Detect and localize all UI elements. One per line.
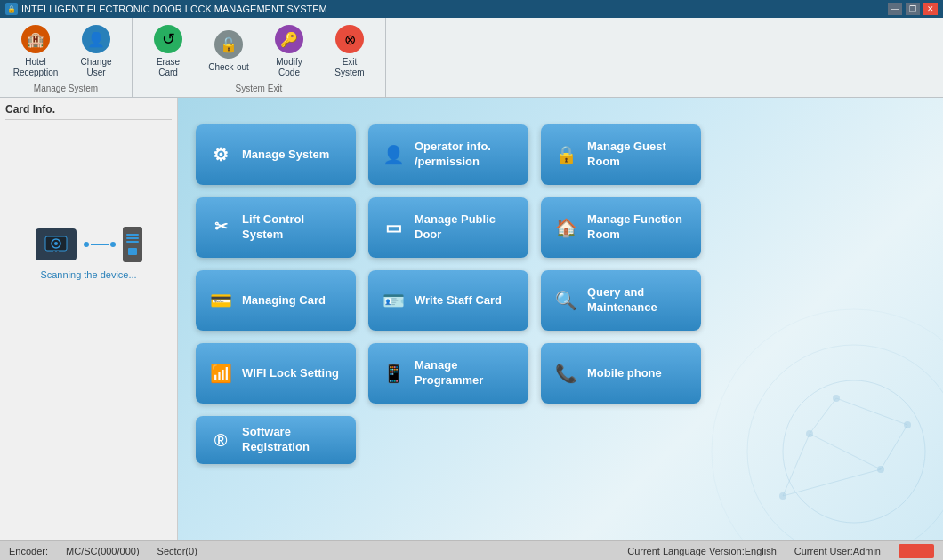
sector-value: Sector(0) <box>157 546 197 556</box>
status-bar-right: Current Language Version:English Current… <box>627 544 934 558</box>
manage-function-room-text: Manage Function Room <box>587 212 689 243</box>
status-indicator <box>899 544 934 558</box>
house-icon: 🏠 <box>553 216 578 239</box>
user-label: Current User:Admin <box>794 546 881 556</box>
toolbar-section-manage: 🏨 HotelRecepption 👤 ChangeUser Manage Sy… <box>0 18 133 97</box>
main-area: Card Info. <box>0 98 943 540</box>
svg-point-2 <box>54 242 58 245</box>
registration-icon: ® <box>208 428 233 452</box>
wifi-lock-button[interactable]: 📶 WIFI Lock Setting <box>196 343 356 404</box>
close-button[interactable]: ✕ <box>923 3 938 15</box>
query-maintenance-button[interactable]: 🔍 Query and Maintenance <box>541 270 701 331</box>
app-title: INTELLIGENT ELECTRONIC DOOR LOCK MANAGEM… <box>21 4 327 14</box>
hotel-icon: 🏨 <box>21 25 50 53</box>
device-connector <box>84 242 116 247</box>
mobile-phone-text: Mobile phone <box>587 366 689 381</box>
manage-guest-room-button[interactable]: 🔒 Manage Guest Room <box>541 124 701 185</box>
wifi-lock-text: WIFI Lock Setting <box>242 366 343 381</box>
hotel-reception-label: HotelRecepption <box>13 57 59 78</box>
wifi-icon: 📶 <box>208 362 233 385</box>
manage-programmer-button[interactable]: 📱 Manage Programmer <box>368 343 528 404</box>
lift-control-button[interactable]: ✂ Lift Control System <box>196 197 356 258</box>
toolbar-exit-buttons: ↺ EraseCard 🔓 Check-out 🔑 ModifyCode ⊗ E… <box>140 21 378 82</box>
modify-code-label: ModifyCode <box>276 57 302 78</box>
manage-section-label: Manage System <box>34 82 98 95</box>
change-user-button[interactable]: 👤 ChangeUser <box>68 21 125 82</box>
card-icon: 💳 <box>208 289 233 312</box>
gear-icon: ⚙ <box>208 143 233 166</box>
title-bar-left: 🔒 INTELLIGENT ELECTRONIC DOOR LOCK MANAG… <box>5 3 327 15</box>
query-maintenance-text: Query and Maintenance <box>587 285 689 316</box>
manage-public-door-text: Manage Public Door <box>415 212 516 243</box>
minimize-button[interactable]: — <box>888 3 902 15</box>
window-controls[interactable]: — ❐ ✕ <box>888 3 938 15</box>
device-area: Scanning the device... <box>5 227 172 280</box>
managing-card-text: Managing Card <box>242 293 343 308</box>
menu-grid: ⚙ Manage System 👤 Operator info. /permis… <box>196 124 925 464</box>
mobile-phone-button[interactable]: 📞 Mobile phone <box>541 343 701 404</box>
wrench-icon: ✂ <box>208 217 233 237</box>
manage-function-room-button[interactable]: 🏠 Manage Function Room <box>541 197 701 258</box>
programmer-icon: 📱 <box>381 362 406 385</box>
right-panel: ⚙ Manage System 👤 Operator info. /permis… <box>178 98 943 540</box>
exit-section-label: System Exit <box>236 82 283 95</box>
computer-icon <box>36 228 77 260</box>
manage-system-text: Manage System <box>242 148 343 163</box>
toolbar: 🏨 HotelRecepption 👤 ChangeUser Manage Sy… <box>0 18 943 98</box>
person-icon: 👤 <box>381 143 406 166</box>
modify-code-button[interactable]: 🔑 ModifyCode <box>261 21 318 82</box>
check-out-label: Check-out <box>208 62 249 73</box>
manage-guest-room-text: Manage Guest Room <box>587 140 689 170</box>
svg-point-10 <box>877 466 884 473</box>
toolbar-section-exit: ↺ EraseCard 🔓 Check-out 🔑 ModifyCode ⊗ E… <box>133 18 386 97</box>
card-reader-icon <box>123 227 142 262</box>
title-bar: 🔒 INTELLIGENT ELECTRONIC DOOR LOCK MANAG… <box>0 0 943 18</box>
write-staff-card-text: Write Staff Card <box>415 293 516 308</box>
exit-icon: ⊗ <box>335 25 364 53</box>
door-icon: ▭ <box>381 216 406 239</box>
search-icon: 🔍 <box>553 289 578 312</box>
operator-info-button[interactable]: 👤 Operator info. /permission <box>368 124 528 185</box>
phone-icon: 📞 <box>553 362 578 385</box>
maximize-button[interactable]: ❐ <box>906 3 920 15</box>
device-icons <box>36 227 142 262</box>
svg-point-13 <box>779 492 786 500</box>
encoder-label: Encoder: <box>9 546 48 556</box>
erase-card-label: EraseCard <box>157 57 180 78</box>
erase-icon: ↺ <box>154 25 182 53</box>
check-out-button[interactable]: 🔓 Check-out <box>200 21 257 82</box>
change-user-label: ChangeUser <box>80 57 111 78</box>
card-info-label: Card Info. <box>5 103 172 120</box>
status-bar: Encoder: MC/SC(000/000) Sector(0) Curren… <box>0 540 943 560</box>
staff-card-icon: 🪪 <box>381 289 406 312</box>
hotel-reception-button[interactable]: 🏨 HotelRecepption <box>7 21 64 82</box>
manage-public-door-button[interactable]: ▭ Manage Public Door <box>368 197 528 258</box>
write-staff-card-button[interactable]: 🪪 Write Staff Card <box>368 270 528 331</box>
encoder-value: MC/SC(000/000) <box>66 546 140 556</box>
app-icon: 🔒 <box>5 3 18 15</box>
manage-programmer-text: Manage Programmer <box>415 358 516 388</box>
operator-info-text: Operator info. /permission <box>415 140 516 170</box>
monitor-svg <box>44 235 69 254</box>
erase-card-button[interactable]: ↺ EraseCard <box>140 21 197 82</box>
checkout-icon: 🔓 <box>214 30 243 59</box>
svg-line-19 <box>783 469 881 496</box>
exit-system-button[interactable]: ⊗ ExitSystem <box>321 21 378 82</box>
lock-icon: 🔒 <box>553 143 578 166</box>
modify-icon: 🔑 <box>275 25 303 53</box>
lift-control-text: Lift Control System <box>242 212 343 243</box>
software-registration-button[interactable]: ® Software Registration <box>196 416 356 464</box>
managing-card-button[interactable]: 💳 Managing Card <box>196 270 356 331</box>
language-label: Current Language Version:English <box>627 546 777 556</box>
left-panel: Card Info. <box>0 98 178 540</box>
software-registration-text: Software Registration <box>242 425 343 455</box>
manage-system-button[interactable]: ⚙ Manage System <box>196 124 356 185</box>
scanning-label: Scanning the device... <box>40 269 136 280</box>
toolbar-manage-buttons: 🏨 HotelRecepption 👤 ChangeUser <box>7 21 125 82</box>
user-icon: 👤 <box>82 25 110 53</box>
exit-system-label: ExitSystem <box>334 57 364 78</box>
